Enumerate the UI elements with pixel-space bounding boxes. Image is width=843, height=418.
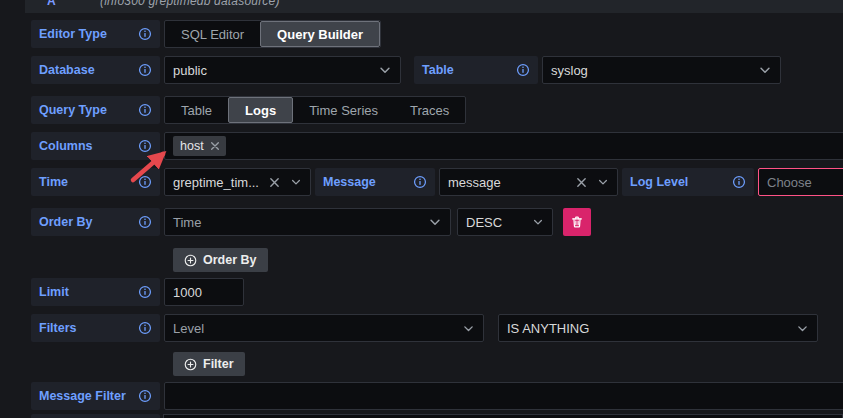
chevron-down-icon [422, 215, 442, 229]
add-filter-button[interactable]: Filter [173, 352, 245, 376]
editor-type-option-builder[interactable]: Query Builder [260, 21, 380, 47]
query-type-option-timeseries[interactable]: Time Series [293, 97, 394, 123]
info-icon [516, 63, 530, 77]
limit-input[interactable]: 1000 [164, 278, 244, 306]
plus-circle-icon [184, 358, 197, 371]
database-label: Database [31, 56, 160, 84]
filter-operator-select[interactable]: IS ANYTHING [498, 314, 818, 342]
trash-icon [570, 215, 584, 229]
query-type-option-table[interactable]: Table [165, 97, 228, 123]
info-icon [138, 321, 152, 335]
next-row-label-stub [31, 414, 160, 418]
next-row-input-stub [163, 414, 843, 418]
order-by-label: Order By [31, 208, 160, 236]
editor-type-option-sql[interactable]: SQL Editor [165, 21, 260, 47]
info-icon [138, 215, 152, 229]
filter-field-select[interactable]: Level [164, 314, 484, 342]
remove-order-by-button[interactable] [563, 208, 591, 236]
info-icon [138, 63, 152, 77]
log-level-select[interactable]: Choose [758, 168, 843, 196]
time-label: Time [31, 168, 160, 196]
query-type-label: Query Type [31, 96, 160, 124]
info-icon [138, 27, 152, 41]
plus-circle-icon [184, 254, 197, 267]
chevron-down-icon [456, 322, 475, 335]
chevron-down-icon [591, 176, 609, 188]
columns-label: Columns [31, 132, 160, 160]
chevron-down-icon [526, 216, 544, 228]
message-label: Message [315, 168, 435, 196]
message-column-select[interactable]: message [439, 168, 618, 196]
limit-label: Limit [31, 278, 160, 306]
order-by-direction-select[interactable]: DESC [457, 208, 553, 236]
table-select[interactable]: syslog [542, 56, 781, 84]
info-icon [138, 389, 152, 403]
info-icon [138, 103, 152, 117]
query-ref-id: A [47, 0, 56, 8]
chevron-down-icon [790, 322, 809, 335]
query-type-option-logs[interactable]: Logs [228, 97, 293, 123]
clear-icon[interactable] [265, 177, 284, 188]
filters-label: Filters [31, 314, 160, 342]
clear-icon[interactable] [572, 177, 591, 188]
log-level-label: Log Level [622, 168, 754, 196]
message-filter-label: Message Filter [31, 382, 160, 410]
info-icon [413, 175, 427, 189]
datasource-note: (info300 greptimedb datasource) [100, 0, 280, 8]
editor-type-toggle: SQL Editor Query Builder [164, 20, 381, 48]
query-type-option-traces[interactable]: Traces [394, 97, 465, 123]
database-select[interactable]: public [164, 56, 401, 84]
order-by-field-select[interactable]: Time [164, 208, 451, 236]
columns-multiselect[interactable]: host [164, 132, 843, 160]
chevron-down-icon [752, 63, 772, 77]
chevron-down-icon [284, 176, 302, 188]
editor-type-label: Editor Type [31, 20, 160, 48]
message-filter-input[interactable] [164, 382, 843, 410]
add-order-by-button[interactable]: Order By [173, 248, 268, 272]
info-icon [138, 175, 152, 189]
info-icon [138, 139, 152, 153]
time-column-select[interactable]: greptime_tim... [164, 168, 311, 196]
info-icon [138, 285, 152, 299]
remove-column-icon[interactable] [208, 141, 222, 151]
table-label: Table [414, 56, 538, 84]
chevron-down-icon [372, 63, 392, 77]
query-row-header: A (info300 greptimedb datasource) [25, 0, 843, 13]
column-chip-host: host [173, 136, 226, 156]
query-type-toggle: Table Logs Time Series Traces [164, 96, 466, 124]
info-icon [732, 175, 746, 189]
